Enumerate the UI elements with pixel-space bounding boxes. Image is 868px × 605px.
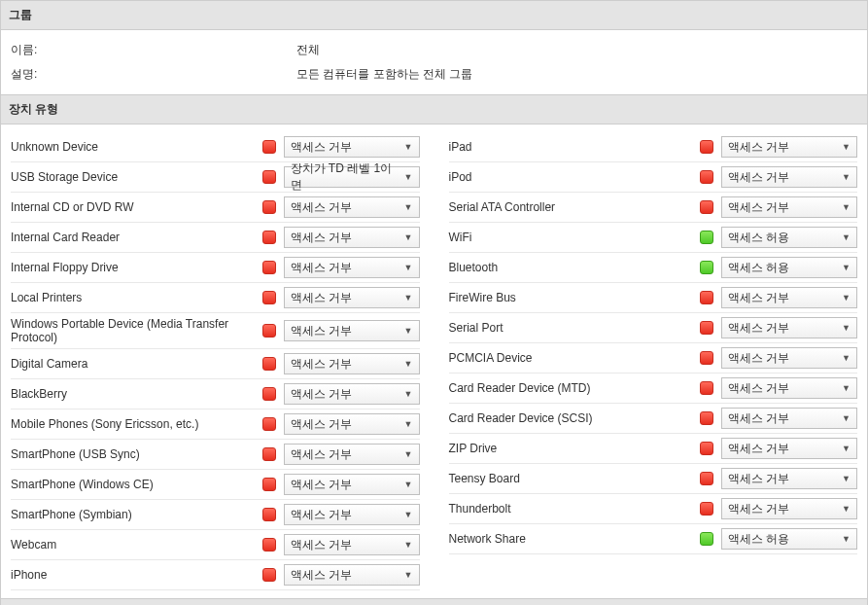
status-indicator-icon <box>700 231 713 244</box>
access-select[interactable]: 액세스 거부 <box>284 257 420 278</box>
access-select[interactable]: 액세스 거부 <box>721 287 857 308</box>
access-select[interactable]: 액세스 허용 <box>721 257 857 278</box>
device-label: Unknown Device <box>11 140 262 154</box>
device-row: ZIP Drive액세스 거부 <box>449 434 858 464</box>
access-select[interactable]: 액세스 거부 <box>284 196 420 218</box>
device-types-section-header: 장치 유형 <box>1 95 867 125</box>
status-indicator-icon <box>262 508 276 521</box>
access-select[interactable]: 액세스 거부 <box>284 136 420 158</box>
device-row: Card Reader Device (MTD)액세스 거부 <box>449 374 858 404</box>
status-indicator-icon <box>262 324 276 338</box>
access-select[interactable]: 액세스 거부 <box>284 474 420 495</box>
device-types-body: Unknown Device액세스 거부USB Storage Device장치… <box>1 125 867 598</box>
group-section-body: 이름: 전체 설명: 모든 컴퓨터를 포함하는 전체 그룹 <box>1 30 867 94</box>
device-row: Internal Floppy Drive액세스 거부 <box>11 253 420 283</box>
status-indicator-icon <box>262 387 276 401</box>
access-select[interactable]: 액세스 거부 <box>284 534 420 555</box>
status-indicator-icon <box>700 351 713 365</box>
status-indicator-icon <box>700 442 713 455</box>
device-label: Teensy Board <box>449 472 701 485</box>
access-select[interactable]: 액세스 거부 <box>284 227 420 248</box>
access-select[interactable]: 액세스 거부 <box>284 353 420 374</box>
main-panel: 그룹 이름: 전체 설명: 모든 컴퓨터를 포함하는 전체 그룹 장치 유형 U… <box>0 0 868 605</box>
device-label: FireWire Bus <box>449 291 701 304</box>
device-label: BlackBerry <box>11 387 262 401</box>
device-label: SmartPhone (USB Sync) <box>11 447 262 461</box>
device-row: SmartPhone (Windows CE)액세스 거부 <box>11 470 420 500</box>
device-label: Card Reader Device (MTD) <box>449 381 701 395</box>
device-row: WiFi액세스 허용 <box>449 223 858 253</box>
device-row: iPad액세스 거부 <box>449 132 858 162</box>
group-name-value: 전체 <box>296 42 857 58</box>
device-label: iPod <box>449 170 701 184</box>
access-select[interactable]: 액세스 거부 <box>721 317 857 338</box>
device-label: ZIP Drive <box>449 442 701 455</box>
access-select[interactable]: 액세스 거부 <box>721 498 857 519</box>
device-row: SmartPhone (USB Sync)액세스 거부 <box>11 440 420 470</box>
status-indicator-icon <box>262 417 276 431</box>
group-desc-label: 설명: <box>11 66 296 83</box>
access-select[interactable]: 액세스 거부 <box>721 347 857 369</box>
access-select[interactable]: 액세스 거부 <box>721 166 857 188</box>
access-select[interactable]: 액세스 거부 <box>721 468 857 489</box>
access-select[interactable]: 액세스 거부 <box>721 136 857 158</box>
status-indicator-icon <box>700 532 713 546</box>
group-desc-row: 설명: 모든 컴퓨터를 포함하는 전체 그룹 <box>11 62 857 87</box>
status-indicator-icon <box>262 170 276 184</box>
status-indicator-icon <box>262 538 276 552</box>
status-indicator-icon <box>700 170 713 184</box>
existing-devices-section-header: 이미 존재하는 장치 <box>1 599 867 605</box>
device-label: Mobile Phones (Sony Ericsson, etc.) <box>11 417 262 431</box>
device-row: Mobile Phones (Sony Ericsson, etc.)액세스 거… <box>11 409 420 440</box>
device-row: Windows Portable Device (Media Transfer … <box>11 313 420 349</box>
device-row: Thunderbolt액세스 거부 <box>449 494 858 524</box>
access-select[interactable]: 액세스 거부 <box>284 504 420 525</box>
status-indicator-icon <box>262 291 276 304</box>
device-row: Network Share액세스 허용 <box>449 524 858 554</box>
device-label: WiFi <box>449 231 701 244</box>
device-row: Bluetooth액세스 허용 <box>449 253 858 283</box>
access-select[interactable]: 액세스 거부 <box>721 408 857 429</box>
status-indicator-icon <box>700 321 713 335</box>
device-row: USB Storage Device장치가 TD 레벨 1이면 <box>11 162 420 193</box>
device-row: Serial ATA Controller액세스 거부 <box>449 193 858 223</box>
device-row: Internal Card Reader액세스 거부 <box>11 223 420 253</box>
device-label: USB Storage Device <box>11 170 262 184</box>
device-label: Internal Floppy Drive <box>11 261 262 274</box>
access-select[interactable]: 액세스 거부 <box>284 383 420 405</box>
access-select[interactable]: 액세스 허용 <box>721 227 857 248</box>
device-label: Digital Camera <box>11 357 262 371</box>
status-indicator-icon <box>700 291 713 304</box>
device-column-left: Unknown Device액세스 거부USB Storage Device장치… <box>11 132 420 590</box>
status-indicator-icon <box>262 478 276 491</box>
device-label: SmartPhone (Windows CE) <box>11 478 262 491</box>
device-row: BlackBerry액세스 거부 <box>11 379 420 409</box>
device-label: Internal Card Reader <box>11 231 262 244</box>
device-label: Serial ATA Controller <box>449 200 701 214</box>
device-label: Windows Portable Device (Media Transfer … <box>11 317 262 344</box>
access-select[interactable]: 액세스 거부 <box>284 320 420 341</box>
group-name-label: 이름: <box>11 42 296 58</box>
status-indicator-icon <box>700 140 713 154</box>
device-row: Unknown Device액세스 거부 <box>11 132 420 162</box>
access-select[interactable]: 액세스 거부 <box>284 564 420 586</box>
access-select[interactable]: 액세스 거부 <box>284 287 420 308</box>
access-select[interactable]: 액세스 거부 <box>721 438 857 459</box>
status-indicator-icon <box>262 357 276 371</box>
device-label: iPad <box>449 140 701 154</box>
access-select[interactable]: 액세스 거부 <box>721 196 857 218</box>
device-label: Serial Port <box>449 321 701 335</box>
device-label: Thunderbolt <box>449 502 701 516</box>
access-select[interactable]: 액세스 허용 <box>721 528 857 550</box>
status-indicator-icon <box>262 447 276 461</box>
access-select[interactable]: 장치가 TD 레벨 1이면 <box>284 166 420 188</box>
group-section-header: 그룹 <box>1 1 867 30</box>
access-select[interactable]: 액세스 거부 <box>284 444 420 465</box>
status-indicator-icon <box>700 411 713 425</box>
access-select[interactable]: 액세스 거부 <box>284 413 420 435</box>
device-row: Webcam액세스 거부 <box>11 530 420 560</box>
device-row: PCMCIA Device액세스 거부 <box>449 343 858 374</box>
status-indicator-icon <box>700 200 713 214</box>
status-indicator-icon <box>262 140 276 154</box>
access-select[interactable]: 액세스 거부 <box>721 377 857 399</box>
